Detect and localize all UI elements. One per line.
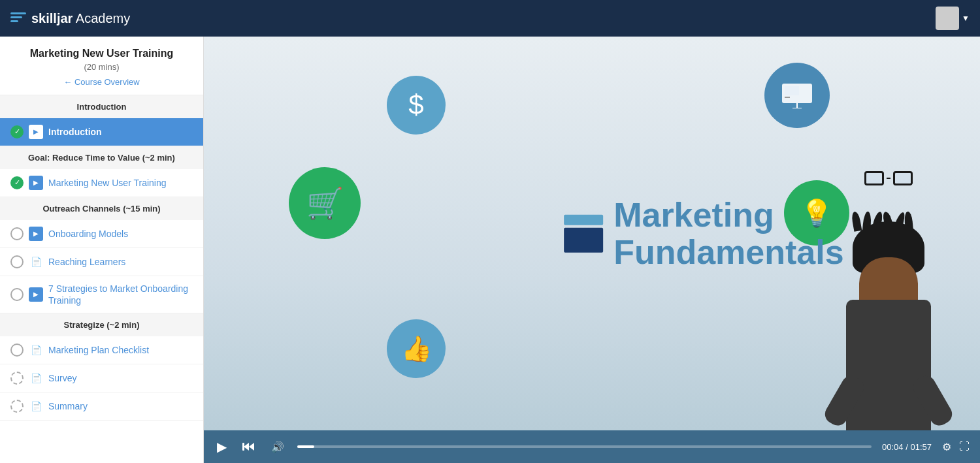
check-empty-1 (10, 227, 24, 240)
check-empty-2 (10, 255, 24, 268)
video-icon-2: ▶ (29, 176, 43, 190)
video-content: $ 🛒 👍 💡 (204, 37, 980, 430)
time-display: 00:04 / 01:57 (882, 442, 932, 452)
logo-text: skilljar Academy (31, 11, 130, 26)
section-header-strategize: Strategize (~2 min) (0, 313, 203, 336)
sidebar: Marketing New User Training (20 mins) Co… (0, 37, 204, 463)
play-button[interactable]: ▶ (214, 436, 229, 457)
check-empty-3 (10, 288, 24, 301)
svg-marker-6 (249, 443, 254, 451)
item-label-summary: Summary (48, 400, 88, 412)
video-icon-4: ▶ (29, 287, 43, 302)
dollar-icon: $ (387, 76, 446, 135)
check-dots-icon-1 (10, 372, 24, 385)
sidebar-item-introduction[interactable]: ✓ ▶ Introduction (0, 118, 203, 146)
main-layout: Marketing New User Training (20 mins) Co… (0, 37, 980, 463)
volume-button[interactable]: 🔊 (269, 438, 287, 456)
item-label-onboarding-models: Onboarding Models (48, 228, 128, 240)
controls-right: ⚙ ⛶ (942, 441, 970, 453)
avatar (936, 7, 959, 30)
cart-icon: 🛒 (289, 167, 361, 239)
sidebar-item-marketing-new-user-training[interactable]: ✓ ▶ Marketing New User Training (0, 169, 203, 197)
check-complete: ✓ (10, 125, 24, 138)
video-frame: $ 🛒 👍 💡 (204, 37, 980, 430)
char-torso (846, 300, 931, 430)
progress-fill (297, 445, 314, 448)
item-label-reaching-learners: Reaching Learners (48, 256, 125, 268)
doc-icon-2: 📄 (29, 343, 43, 357)
check-filled-icon-2: ✓ (10, 176, 24, 189)
mf-logo (564, 215, 603, 253)
sidebar-item-survey[interactable]: 📄 Survey (0, 364, 203, 392)
course-overview-link[interactable]: Course Overview (10, 77, 193, 87)
doc-icon-4: 📄 (29, 399, 43, 413)
check-complete-2: ✓ (10, 176, 24, 189)
check-filled-icon: ✓ (10, 125, 24, 138)
char-arm-right (909, 372, 955, 429)
presentation-icon (764, 63, 830, 128)
glass-right (893, 171, 913, 185)
video-icon-3: ▶ (29, 227, 43, 241)
item-label-survey: Survey (48, 372, 77, 384)
sidebar-header: Marketing New User Training (20 mins) Co… (0, 37, 203, 95)
rewind-button[interactable] (240, 439, 258, 455)
item-label-marketing-new-user-training: Marketing New User Training (48, 177, 167, 189)
section-header-outreach: Outreach Channels (~15 min) (0, 197, 203, 220)
check-empty-icon-4 (10, 343, 24, 357)
settings-icon[interactable]: ⚙ (942, 441, 951, 453)
check-empty-icon-2 (10, 255, 24, 268)
char-arm-left (821, 372, 867, 429)
character-body (823, 195, 954, 430)
logo-icon (10, 12, 26, 24)
item-label-introduction: Introduction (48, 126, 102, 138)
logo: skilljar Academy (10, 11, 130, 26)
check-dots-2 (10, 400, 24, 413)
check-dots-1 (10, 372, 24, 385)
current-time: 00:04 (882, 442, 904, 452)
glass-bridge (887, 178, 890, 179)
doc-icon-3: 📄 (29, 371, 43, 385)
sidebar-item-marketing-plan-checklist[interactable]: 📄 Marketing Plan Checklist (0, 336, 203, 364)
check-empty-icon-3 (10, 288, 24, 301)
item-label-marketing-plan-checklist: Marketing Plan Checklist (48, 344, 149, 356)
section-header-introduction: Introduction (0, 95, 203, 118)
item-label-7-strategies: 7 Strategies to Market Onboarding Traini… (48, 283, 193, 306)
doc-icon-1: 📄 (29, 255, 43, 269)
total-time: 01:57 (910, 442, 932, 452)
character (797, 182, 980, 430)
sidebar-item-reaching-learners[interactable]: 📄 Reaching Learners (0, 248, 203, 276)
sidebar-item-onboarding-models[interactable]: ▶ Onboarding Models (0, 220, 203, 248)
check-empty-4 (10, 343, 24, 357)
section-header-goal: Goal: Reduce Time to Value (~2 min) (0, 146, 203, 169)
course-duration: (20 mins) (10, 62, 193, 72)
fullscreen-icon[interactable]: ⛶ (959, 441, 970, 453)
video-icon: ▶ (29, 125, 43, 139)
video-area: $ 🛒 👍 💡 (204, 37, 980, 463)
sidebar-item-7-strategies[interactable]: ▶ 7 Strategies to Market Onboarding Trai… (0, 276, 203, 313)
sidebar-item-summary[interactable]: 📄 Summary (0, 392, 203, 421)
svg-rect-7 (242, 443, 244, 451)
check-empty-icon-1 (10, 227, 24, 240)
video-controls: ▶ 🔊 00:04 / 01:57 ⚙ ⛶ (204, 430, 980, 463)
check-dots-icon-2 (10, 400, 24, 413)
svg-marker-5 (244, 443, 249, 451)
glass-left (864, 171, 884, 185)
thumbsup-icon: 👍 (387, 319, 446, 378)
svg-rect-1 (785, 86, 799, 95)
svg-rect-2 (785, 97, 790, 98)
course-title: Marketing New User Training (10, 47, 193, 61)
app-header: skilljar Academy ▼ (0, 0, 980, 37)
char-glasses (864, 171, 913, 185)
chevron-down-icon[interactable]: ▼ (962, 14, 970, 23)
user-menu[interactable]: ▼ (936, 7, 970, 30)
progress-bar[interactable] (297, 445, 872, 448)
